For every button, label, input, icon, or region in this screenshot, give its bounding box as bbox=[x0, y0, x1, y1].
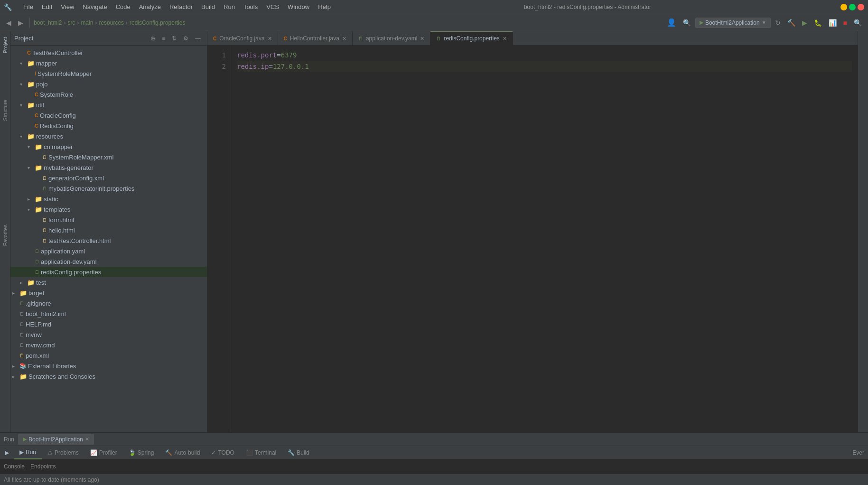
tree-item-static[interactable]: ▸ 📁 static bbox=[10, 194, 207, 204]
endpoints-tab[interactable]: Endpoints bbox=[30, 463, 56, 470]
bottom-tab-todo[interactable]: ✓ TODO bbox=[205, 446, 240, 459]
breadcrumb-part-4[interactable]: redisConfig.properties bbox=[130, 19, 185, 26]
tree-item-mybatisgeneratorinit[interactable]: 🗒 mybatisGeneratorinit.properties bbox=[10, 183, 207, 194]
bottom-tab-build[interactable]: 🔧 Build bbox=[282, 446, 315, 459]
stop-button[interactable]: ■ bbox=[841, 18, 849, 28]
tab-close-button[interactable]: ✕ bbox=[342, 36, 346, 42]
tab-application-dev[interactable]: 🗒 application-dev.yaml ✕ bbox=[353, 31, 431, 45]
tree-item-mvnw[interactable]: 🗒 mvnw bbox=[10, 329, 207, 340]
tab-oracleconfig[interactable]: C OracleConfig.java ✕ bbox=[207, 31, 278, 45]
back-button[interactable]: ◀ bbox=[4, 18, 14, 28]
sidebar-tab-favorites[interactable]: Favorites bbox=[0, 221, 10, 250]
minimize-button[interactable] bbox=[840, 4, 847, 10]
maximize-button[interactable] bbox=[849, 4, 856, 10]
tab-close-button[interactable]: ✕ bbox=[420, 36, 424, 42]
tree-item-pojo[interactable]: ▾ 📁 pojo bbox=[10, 79, 207, 89]
tree-item-templates[interactable]: ▾ 📁 templates bbox=[10, 204, 207, 215]
code-editor[interactable]: 1 2 redis.port=6379 redis.ip=127.0.0.1 bbox=[207, 46, 858, 432]
build-button[interactable]: 🔨 bbox=[785, 18, 798, 28]
coverage-button[interactable]: 📊 bbox=[826, 18, 839, 28]
tree-item-help-md[interactable]: 🗒 HELP.md bbox=[10, 319, 207, 329]
profile-icon[interactable]: 👤 bbox=[664, 17, 679, 28]
menu-analyze[interactable]: Analyze bbox=[135, 1, 165, 12]
tree-item-application-yaml[interactable]: 🗒 application.yaml bbox=[10, 246, 207, 256]
tree-item-mvnw-cmd[interactable]: 🗒 mvnw.cmd bbox=[10, 340, 207, 350]
breadcrumb-part-1[interactable]: src bbox=[67, 19, 75, 26]
tab-hellocontroller[interactable]: C HelloController.java ✕ bbox=[278, 31, 353, 45]
tree-item-mapper[interactable]: ▾ 📁 mapper bbox=[10, 58, 207, 68]
hide-panel-button[interactable]: — bbox=[193, 34, 203, 43]
bottom-tab-run[interactable]: ▶ Run bbox=[14, 446, 42, 459]
tree-item-testrestcontroller[interactable]: C TestRestController bbox=[10, 47, 207, 58]
tree-item-systemrolemapper[interactable]: Ⅰ SystemRoleMapper bbox=[10, 68, 207, 79]
menu-help[interactable]: Help bbox=[314, 1, 335, 12]
tree-label: templates bbox=[44, 206, 70, 213]
breadcrumb-part-0[interactable]: boot_html2 bbox=[34, 19, 62, 26]
run-tab-close[interactable]: ✕ bbox=[85, 436, 89, 442]
tree-item-target[interactable]: ▸ 📁 target bbox=[10, 288, 207, 298]
tree-item-redisconfig-prop[interactable]: 🗒 redisConfig.properties bbox=[10, 267, 207, 277]
tree-item-gitignore[interactable]: 🗒 .gitignore bbox=[10, 298, 207, 308]
tree-item-scratches[interactable]: ▸ 📁 Scratches and Consoles bbox=[10, 371, 207, 382]
bottom-tab-autobuild[interactable]: 🔨 Auto-build bbox=[159, 446, 205, 459]
tree-item-oracleconfig[interactable]: C OracleConfig bbox=[10, 110, 207, 121]
tree-item-boot-html2-iml[interactable]: 🗒 boot_html2.iml bbox=[10, 308, 207, 319]
tree-item-testrestcontroller-html[interactable]: 🗒 testRestController.html bbox=[10, 235, 207, 246]
debug-button[interactable]: 🐛 bbox=[812, 18, 824, 28]
tab-close-button[interactable]: ✕ bbox=[503, 36, 507, 42]
tab-close-button[interactable]: ✕ bbox=[268, 36, 272, 42]
menu-file[interactable]: File bbox=[19, 1, 37, 12]
tree-item-test[interactable]: ▸ 📁 test bbox=[10, 277, 207, 288]
menu-refactor[interactable]: Refactor bbox=[166, 1, 196, 12]
tree-item-util[interactable]: ▾ 📁 util bbox=[10, 100, 207, 110]
breadcrumb-part-2[interactable]: main bbox=[81, 19, 93, 26]
menu-code[interactable]: Code bbox=[112, 1, 134, 12]
bottom-tab-problems[interactable]: ⚠ Problems bbox=[42, 446, 84, 459]
collapse-all-button[interactable]: ≡ bbox=[159, 34, 168, 43]
run-button[interactable]: ▶ bbox=[800, 18, 810, 28]
forward-button[interactable]: ▶ bbox=[16, 18, 26, 28]
tab-redisconfig-prop[interactable]: 🗒 redisConfig.properties ✕ bbox=[430, 31, 513, 45]
menu-navigate[interactable]: Navigate bbox=[79, 1, 111, 12]
tree-item-application-dev-yaml[interactable]: 🗒 application-dev.yaml bbox=[10, 256, 207, 267]
sidebar-tab-project[interactable]: Project bbox=[0, 33, 10, 57]
console-tab[interactable]: Console bbox=[4, 463, 25, 470]
menu-build[interactable]: Build bbox=[197, 1, 219, 12]
bottom-tab-terminal[interactable]: ⬛ Terminal bbox=[240, 446, 282, 459]
sidebar-tab-structure[interactable]: Structure bbox=[0, 96, 10, 125]
search-everywhere-button[interactable]: 🔍 bbox=[681, 18, 693, 28]
code-content[interactable]: redis.port=6379 redis.ip=127.0.0.1 bbox=[231, 46, 858, 432]
tree-item-resources[interactable]: ▾ 📁 resources bbox=[10, 131, 207, 141]
search-button[interactable]: 🔍 bbox=[851, 18, 864, 28]
tree-item-systemrole[interactable]: C SystemRole bbox=[10, 89, 207, 100]
tree-item-pom-xml[interactable]: 🗒 pom.xml bbox=[10, 350, 207, 361]
bottom-tab-spring[interactable]: 🍃 Spring bbox=[123, 446, 160, 459]
settings-button[interactable]: ⚙ bbox=[181, 34, 191, 43]
tree-item-mybatis-generator[interactable]: ▾ 📁 mybatis-generator bbox=[10, 162, 207, 173]
run-tab-boothtml2[interactable]: ▶ BootHtml2Application ✕ bbox=[18, 434, 94, 445]
menu-edit[interactable]: Edit bbox=[38, 1, 56, 12]
tree-item-generatorconfig[interactable]: 🗒 generatorConfig.xml bbox=[10, 173, 207, 183]
menu-run[interactable]: Run bbox=[220, 1, 239, 12]
tree-item-form-html[interactable]: 🗒 form.html bbox=[10, 215, 207, 225]
tree-item-external-libraries[interactable]: ▸ 📚 External Libraries bbox=[10, 361, 207, 371]
tab-prop-icon: 🗒 bbox=[436, 36, 441, 41]
menu-window[interactable]: Window bbox=[284, 1, 313, 12]
sync-files-button[interactable]: ⊕ bbox=[148, 34, 158, 43]
run-configuration-dropdown[interactable]: ▶ BootHtml2Application ▼ bbox=[695, 18, 771, 28]
menu-vcs[interactable]: VCS bbox=[262, 1, 283, 12]
tree-item-cn-mapper[interactable]: ▾ 📁 cn.mapper bbox=[10, 141, 207, 152]
sort-button[interactable]: ⇅ bbox=[169, 34, 179, 43]
refresh-button[interactable]: ↻ bbox=[773, 18, 783, 28]
tree-item-systemrolemapper-xml[interactable]: 🗒 SystemRoleMapper.xml bbox=[10, 152, 207, 162]
run-play-button[interactable]: ▶ bbox=[2, 448, 12, 457]
event-log-link[interactable]: Ever bbox=[852, 449, 868, 456]
tree-item-hello-html[interactable]: 🗒 hello.html bbox=[10, 225, 207, 235]
breadcrumb-part-3[interactable]: resources bbox=[99, 19, 124, 26]
bottom-tab-profiler[interactable]: 📈 Profiler bbox=[84, 446, 123, 459]
menu-view[interactable]: View bbox=[57, 1, 78, 12]
close-button[interactable] bbox=[858, 4, 864, 10]
toolbar-right: 👤 🔍 ▶ BootHtml2Application ▼ ↻ 🔨 ▶ 🐛 📊 ■… bbox=[664, 17, 864, 28]
menu-tools[interactable]: Tools bbox=[240, 1, 261, 12]
tree-item-redisconfig[interactable]: C RedisConfig bbox=[10, 121, 207, 131]
